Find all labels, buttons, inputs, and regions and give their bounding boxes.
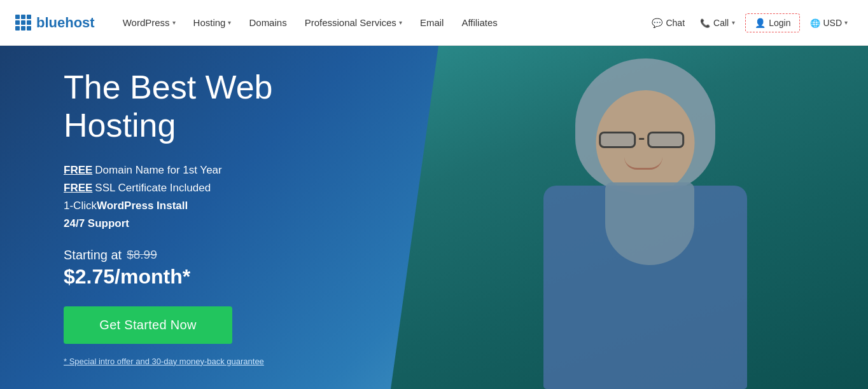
hero-footnote[interactable]: * Special intro offer and 30-day money-b… [64,357,369,366]
hero-features-list: FREE Domain Name for 1st Year FREE SSL C… [64,164,369,230]
chevron-down-icon: ▾ [228,19,231,26]
chat-icon [652,18,662,28]
feature-item-wordpress: 1-Click WordPress Install [64,200,369,212]
nav-item-wordpress[interactable]: WordPress ▾ [115,12,183,33]
main-nav: WordPress ▾ Hosting ▾ Domains Profession… [115,12,505,33]
nav-item-hosting[interactable]: Hosting ▾ [186,12,239,33]
hero-title: The Best Web Hosting [64,69,369,145]
get-started-button[interactable]: Get Started Now [64,306,232,344]
login-button[interactable]: Login [745,13,800,32]
nav-item-affiliates[interactable]: Affiliates [454,12,505,33]
nav-item-professional-services[interactable]: Professional Services ▾ [297,12,410,33]
hero-content: The Best Web Hosting FREE Domain Name fo… [0,69,369,366]
chevron-down-icon: ▾ [844,19,848,26]
logo[interactable]: bluehost [15,15,95,31]
nav-item-domains[interactable]: Domains [241,12,294,33]
feature-free-label: FREE [64,164,92,177]
globe-icon [810,18,820,28]
new-price: $2.75/month* [64,265,369,289]
currency-selector[interactable]: USD ▾ [805,15,853,31]
chevron-down-icon: ▾ [172,19,176,26]
call-button[interactable]: Call ▾ [695,15,740,31]
nav-item-email[interactable]: Email [412,12,452,33]
feature-item-ssl: FREE SSL Certificate Included [64,182,369,194]
hero-section: The Best Web Hosting FREE Domain Name fo… [0,46,868,389]
header-left: bluehost WordPress ▾ Hosting ▾ Domains P… [15,12,505,33]
hero-pricing: Starting at $8.99 $2.75/month* [64,248,369,289]
pricing-starting-text: Starting at $8.99 [64,248,369,263]
chat-button[interactable]: Chat [647,15,690,31]
logo-text: bluehost [36,15,95,31]
chevron-down-icon: ▾ [399,19,402,26]
feature-item-support: 24/7 Support [64,217,369,230]
feature-item-domain: FREE Domain Name for 1st Year [64,164,369,177]
main-header: bluehost WordPress ▾ Hosting ▾ Domains P… [0,0,868,46]
header-right: Chat Call ▾ Login USD ▾ [647,13,853,32]
logo-grid-icon [15,15,31,31]
user-icon [755,18,766,28]
feature-free-label-ssl: FREE [64,182,92,194]
hero-person-image [461,58,830,389]
chevron-down-icon: ▾ [732,19,735,26]
old-price: $8.99 [127,248,157,262]
call-icon [700,18,710,28]
